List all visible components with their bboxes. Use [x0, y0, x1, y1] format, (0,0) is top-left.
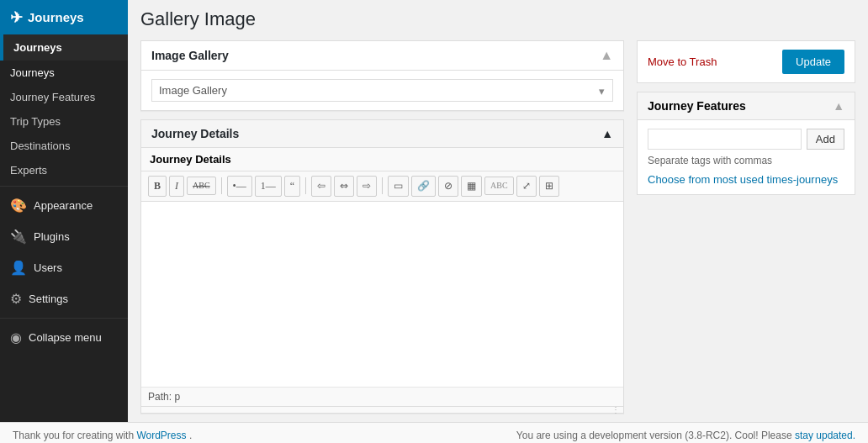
gallery-image-metabox: Image Gallery ▲ Image Gallery — [140, 40, 624, 111]
journey-features-header: Journey Features ▲ — [638, 92, 855, 120]
toolbar-unlink[interactable]: ⊘ — [438, 176, 458, 197]
toolbar-divider-2 — [305, 177, 306, 194]
editor-toolbar: B I ABC •— 1— “ ⇦ ⇔ ⇨ ▭ — [141, 171, 623, 202]
sidebar-item-experts[interactable]: Experts — [0, 158, 128, 182]
toolbar-divider-1 — [221, 177, 222, 194]
journey-features-toggle-icon[interactable]: ▲ — [833, 99, 844, 113]
sidebar-item-users[interactable]: 👤 Users — [0, 252, 128, 283]
users-icon: 👤 — [10, 260, 27, 276]
journey-features-title: Journey Features — [648, 99, 746, 113]
right-sidebar-column: Move to Trash Update Journey Features ▲ … — [637, 40, 855, 414]
toolbar-align-right[interactable]: ⇨ — [357, 176, 377, 197]
sidebar-item-journeys[interactable]: Journeys — [0, 61, 128, 85]
gallery-image-header: Image Gallery ▲ — [141, 41, 623, 71]
journey-details-inner-header: Journey Details — [141, 148, 623, 171]
sidebar-item-appearance[interactable]: 🎨 Appearance — [0, 190, 128, 221]
footer-right-text: You are using a development version (3.8… — [516, 430, 795, 441]
journey-details-outer-header: Journey Details ▲ — [141, 120, 623, 148]
move-to-trash-link[interactable]: Move to Trash — [648, 55, 717, 68]
toolbar-align-center[interactable]: ⇔ — [334, 176, 354, 197]
footer: Thank you for creating with WordPress . … — [0, 422, 868, 443]
footer-right: You are using a development version (3.8… — [516, 430, 855, 441]
gallery-toggle-icon[interactable]: ▲ — [600, 48, 613, 63]
toolbar-bold[interactable]: B — [148, 176, 167, 197]
toolbar-italic[interactable]: I — [169, 176, 184, 197]
editor-resize-handle[interactable]: ⋮ — [141, 406, 623, 413]
sidebar-brand[interactable]: ✈ Journeys — [0, 0, 128, 34]
plugins-icon: 🔌 — [10, 229, 27, 245]
gallery-image-title: Image Gallery — [151, 49, 229, 62]
main-content: Gallery Image Image Gallery ▲ Image Gall… — [128, 0, 868, 422]
journey-details-metabox: Journey Details ▲ Journey Details B I AB… — [140, 119, 624, 414]
brand-label: Journeys — [28, 10, 84, 24]
toolbar-align-left[interactable]: ⇦ — [311, 176, 331, 197]
page-title-bar: Gallery Image — [140, 8, 855, 30]
collapse-icon: ◉ — [10, 330, 22, 345]
toolbar-html[interactable]: ⊞ — [539, 176, 559, 197]
journey-features-body: Add Separate tags with commas Choose fro… — [638, 120, 855, 194]
tag-input[interactable] — [648, 129, 802, 150]
toolbar-fullscreen[interactable]: ⤢ — [516, 176, 537, 197]
gallery-select[interactable]: Image Gallery — [151, 79, 613, 102]
tag-hint: Separate tags with commas — [648, 155, 844, 166]
path-label: Path: — [148, 391, 172, 403]
toolbar-ul[interactable]: •— — [227, 176, 252, 197]
toolbar-image[interactable]: ▭ — [388, 176, 409, 197]
journey-details-body: Journey Details B I ABC •— 1— “ ⇦ — [141, 148, 623, 413]
sidebar-item-destinations[interactable]: Destinations — [0, 134, 128, 158]
sidebar-item-trip-types[interactable]: Trip Types — [0, 109, 128, 134]
editor-textarea[interactable] — [141, 202, 623, 387]
toolbar-ol[interactable]: 1— — [255, 176, 282, 197]
page-title: Gallery Image — [140, 8, 256, 30]
sidebar-item-journey-features[interactable]: Journey Features — [0, 85, 128, 109]
sidebar: ✈ Journeys Journeys Journeys Journey Fea… — [0, 0, 128, 422]
brand-icon: ✈ — [10, 8, 23, 27]
journey-features-box: Journey Features ▲ Add Separate tags wit… — [637, 92, 855, 195]
gallery-select-wrap: Image Gallery — [151, 79, 613, 102]
path-value: p — [174, 391, 180, 403]
update-button[interactable]: Update — [782, 50, 844, 74]
choose-tags-link[interactable]: Choose from most used times-journeys — [648, 173, 838, 186]
footer-stay-updated-link[interactable]: stay updated. — [795, 430, 855, 441]
footer-left-text: Thank you for creating with — [13, 430, 136, 441]
tag-input-row: Add — [648, 129, 844, 150]
toolbar-abc2[interactable]: ABC — [484, 177, 514, 195]
toolbar-divider-3 — [382, 177, 383, 194]
journey-details-toggle-icon[interactable]: ▲ — [601, 127, 613, 140]
sidebar-item-plugins[interactable]: 🔌 Plugins — [0, 221, 128, 252]
toolbar-abc[interactable]: ABC — [187, 177, 216, 195]
toolbar-table[interactable]: ▦ — [461, 176, 482, 197]
appearance-icon: 🎨 — [10, 198, 27, 214]
sidebar-item-collapse[interactable]: ◉ Collapse menu — [0, 322, 128, 353]
settings-icon: ⚙ — [10, 291, 22, 307]
toolbar-link[interactable]: 🔗 — [411, 176, 436, 197]
footer-wordpress-link[interactable]: WordPress — [136, 430, 186, 441]
publish-box: Move to Trash Update — [637, 40, 855, 83]
publish-actions: Move to Trash Update — [638, 41, 855, 82]
editor-footer: Path: p — [141, 387, 623, 406]
journey-details-title: Journey Details — [151, 127, 239, 140]
toolbar-blockquote[interactable]: “ — [284, 176, 300, 197]
sidebar-group-journeys[interactable]: Journeys — [0, 34, 128, 61]
add-tag-button[interactable]: Add — [807, 129, 844, 150]
sidebar-item-settings[interactable]: ⚙ Settings — [0, 283, 128, 314]
footer-left: Thank you for creating with WordPress . — [13, 430, 192, 441]
gallery-image-body: Image Gallery — [141, 71, 623, 110]
